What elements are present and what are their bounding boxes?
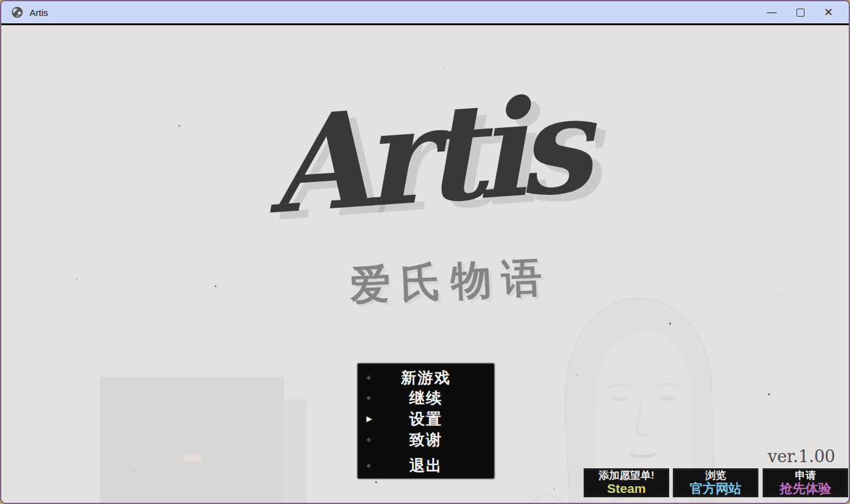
main-menu: ◆ 新游戏 ◆ 继续 ▶ 设置 ◆ 致谢 ◆ 退出 — [358, 364, 494, 478]
window-title: Artis — [30, 7, 48, 18]
globe-icon — [11, 6, 23, 18]
button-line2: 官方网站 — [690, 481, 742, 495]
diamond-bullet-icon: ◆ — [367, 395, 371, 401]
selection-cursor-icon: ▶ — [367, 415, 371, 423]
faint-panel-left — [100, 377, 284, 504]
window-controls: — ✕ — [758, 3, 843, 22]
button-line1: 浏览 — [705, 470, 726, 482]
minimize-button[interactable]: — — [758, 3, 786, 22]
game-screen: Artis 爱氏物语 ◆ 新游戏 ◆ 继续 ▶ 设置 ◆ 致谢 ◆ 退出 — [1, 25, 849, 504]
diamond-bullet-icon: ◆ — [367, 436, 371, 443]
maximize-button[interactable] — [786, 3, 814, 22]
early-access-button[interactable]: 申请 抢先体验 — [763, 469, 848, 497]
menu-item-label: 退出 — [410, 455, 443, 476]
menu-item-label: 继续 — [410, 388, 443, 408]
close-button[interactable]: ✕ — [814, 3, 843, 22]
game-window: Artis — ✕ — [0, 0, 850, 504]
menu-item-label: 设置 — [410, 409, 443, 429]
menu-item-exit[interactable]: ◆ 退出 — [358, 456, 494, 474]
menu-item-new-game[interactable]: ◆ 新游戏 — [358, 368, 494, 387]
diamond-bullet-icon: ◆ — [367, 374, 371, 380]
menu-item-credits[interactable]: ◆ 致谢 — [358, 430, 494, 449]
steam-wishlist-button[interactable]: 添加愿望单! Steam — [584, 469, 669, 497]
version-label: ver.1.00 — [768, 447, 835, 466]
button-line1: 申请 — [795, 470, 816, 482]
diamond-bullet-icon: ◆ — [367, 462, 371, 468]
button-line2: 抢先体验 — [780, 481, 832, 495]
faint-panel-strip — [285, 399, 307, 504]
game-logo-wordmark: Artis — [1, 44, 849, 267]
button-line2: Steam — [607, 481, 646, 495]
button-line1: 添加愿望单! — [598, 470, 654, 482]
menu-item-continue[interactable]: ◆ 继续 — [358, 388, 494, 407]
menu-item-label: 新游戏 — [401, 368, 451, 388]
titlebar: Artis — ✕ — [1, 1, 849, 23]
faint-pink-smudge — [183, 454, 202, 462]
official-website-button[interactable]: 浏览 官方网站 — [673, 469, 758, 497]
menu-item-label: 致谢 — [410, 430, 443, 450]
maximize-icon — [796, 9, 804, 17]
menu-item-settings[interactable]: ▶ 设置 — [358, 409, 494, 428]
